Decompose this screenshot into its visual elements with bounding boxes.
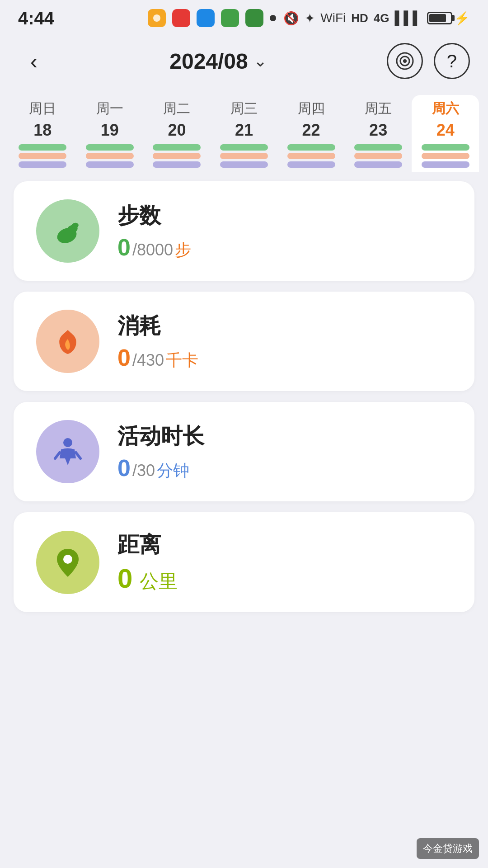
bar-orange-1 xyxy=(86,153,134,159)
battery: ⚡ xyxy=(427,11,470,26)
activity-card[interactable]: 活动时长 0 /30 分钟 xyxy=(14,402,474,501)
day-number-5: 23 xyxy=(369,121,387,140)
bar-purple-5 xyxy=(354,161,402,168)
bar-green-2 xyxy=(153,144,201,151)
day-number-0: 18 xyxy=(33,121,52,140)
svg-line-9 xyxy=(76,453,80,458)
calendar-grid: 周日 18 周一 19 周二 20 xyxy=(9,95,479,172)
signal-4g-icon: 4G xyxy=(374,11,389,25)
calories-current: 0 xyxy=(117,344,131,371)
app-icon-2 xyxy=(172,9,190,27)
distance-icon-wrap xyxy=(36,531,99,594)
bar-orange-3 xyxy=(220,153,268,159)
svg-line-8 xyxy=(55,453,60,458)
steps-label: 步数 xyxy=(117,201,191,230)
bar-green-6 xyxy=(422,144,469,151)
header-date: 2024/08 xyxy=(169,49,248,74)
watermark: 今金贷游戏 xyxy=(417,838,479,859)
day-number-6: 24 xyxy=(436,121,455,140)
activity-unit: 分钟 xyxy=(157,460,189,482)
header-actions: ? xyxy=(387,43,470,79)
calendar-day-3[interactable]: 周三 21 xyxy=(211,95,278,172)
metrics-section: 步数 0 /8000 步 消耗 0 /430 千卡 xyxy=(0,172,488,621)
distance-card[interactable]: 距离 0 公里 xyxy=(14,512,474,612)
status-icons: 🔇 ✦ WiFi HD 4G ▌▌▌ ⚡ xyxy=(148,9,470,27)
calendar-day-4[interactable]: 周四 22 xyxy=(277,95,345,172)
calendar-day-1[interactable]: 周一 19 xyxy=(76,95,144,172)
header: ‹ 2024/08 ⌄ ? xyxy=(0,36,488,86)
bar-purple-6 xyxy=(422,161,469,168)
bar-green-5 xyxy=(354,144,402,151)
steps-target: /8000 xyxy=(132,241,173,259)
back-button[interactable]: ‹ xyxy=(18,45,50,77)
steps-value-row: 0 /8000 步 xyxy=(117,234,191,261)
day-name-5: 周五 xyxy=(365,99,392,118)
wifi-icon: WiFi xyxy=(320,11,346,25)
shoe-icon xyxy=(50,213,86,249)
calories-target: /430 xyxy=(132,351,164,370)
calories-value-row: 0 /430 千卡 xyxy=(117,344,198,372)
bar-purple-0 xyxy=(19,161,66,168)
bar-orange-4 xyxy=(287,153,335,159)
calories-label: 消耗 xyxy=(117,311,198,340)
bluetooth-icon: ✦ xyxy=(305,11,315,26)
svg-point-7 xyxy=(63,438,72,447)
calendar-day-0[interactable]: 周日 18 xyxy=(9,95,76,172)
day-bars-3 xyxy=(220,144,268,168)
charging-icon: ⚡ xyxy=(454,11,470,26)
day-name-2: 周二 xyxy=(163,99,190,118)
bar-green-0 xyxy=(19,144,66,151)
bar-orange-5 xyxy=(354,153,402,159)
target-button[interactable] xyxy=(387,43,423,79)
date-selector[interactable]: 2024/08 ⌄ xyxy=(169,49,267,74)
chevron-down-icon: ⌄ xyxy=(253,52,267,71)
day-bars-1 xyxy=(86,144,134,168)
activity-icon-wrap xyxy=(36,420,99,483)
bar-purple-2 xyxy=(153,161,201,168)
bar-purple-3 xyxy=(220,161,268,168)
mute-icon: 🔇 xyxy=(283,11,299,26)
app-icon-1 xyxy=(148,9,166,27)
distance-label: 距离 xyxy=(117,530,178,559)
day-number-4: 22 xyxy=(302,121,320,140)
day-bars-0 xyxy=(19,144,66,168)
svg-point-0 xyxy=(153,14,160,22)
distance-unit: 公里 xyxy=(140,569,178,594)
bar-green-1 xyxy=(86,144,134,151)
activity-current: 0 xyxy=(117,454,131,481)
app-icon-3 xyxy=(197,9,215,27)
calories-card[interactable]: 消耗 0 /430 千卡 xyxy=(14,292,474,391)
bar-purple-4 xyxy=(287,161,335,168)
bar-orange-6 xyxy=(422,153,469,159)
bar-orange-2 xyxy=(153,153,201,159)
distance-text: 距离 0 公里 xyxy=(117,530,178,594)
calendar-day-6[interactable]: 周六 24 xyxy=(412,95,479,172)
day-bars-6 xyxy=(422,144,469,168)
activity-value-row: 0 /30 分钟 xyxy=(117,454,204,482)
hd-icon: HD xyxy=(351,11,368,25)
bar-green-4 xyxy=(287,144,335,151)
calories-icon-wrap xyxy=(36,310,99,373)
steps-current: 0 xyxy=(117,234,131,261)
day-bars-4 xyxy=(287,144,335,168)
app-icon-4 xyxy=(221,9,239,27)
status-dot xyxy=(270,15,276,21)
day-number-2: 20 xyxy=(168,121,186,140)
day-name-3: 周三 xyxy=(230,99,258,118)
day-bars-5 xyxy=(354,144,402,168)
steps-card[interactable]: 步数 0 /8000 步 xyxy=(14,181,474,281)
activity-label: 活动时长 xyxy=(117,422,204,451)
steps-unit: 步 xyxy=(175,239,191,261)
target-icon xyxy=(395,51,415,71)
day-name-0: 周日 xyxy=(29,99,56,118)
help-button[interactable]: ? xyxy=(434,43,470,79)
person-icon xyxy=(50,434,86,470)
status-time: 4:44 xyxy=(18,8,54,28)
fire-icon xyxy=(50,323,86,359)
calendar-day-5[interactable]: 周五 23 xyxy=(345,95,412,172)
day-name-6: 周六 xyxy=(432,99,459,118)
svg-point-10 xyxy=(63,555,72,564)
steps-icon-wrap xyxy=(36,199,99,263)
calendar-day-2[interactable]: 周二 20 xyxy=(143,95,211,172)
svg-point-3 xyxy=(403,59,407,63)
